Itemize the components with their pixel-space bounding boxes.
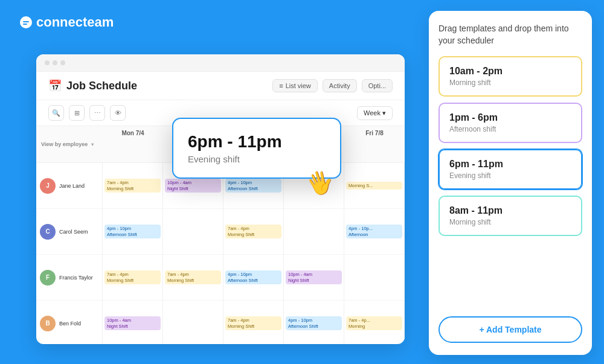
more-icon[interactable]: ⋯ (89, 105, 105, 121)
scheduler-header: 📅 Job Schedule ≡ List view Activity Opti… (36, 72, 405, 100)
shift-block: 7am - 4p...Morning (346, 316, 402, 331)
employee-ben: B Ben Fold (36, 301, 103, 344)
shift-ben-wed[interactable]: 7am - 4pmMorning Shift (223, 301, 284, 344)
shift-block: 10pm - 4amNight Shift (286, 270, 342, 285)
scheduler-card: 📅 Job Schedule ≡ List view Activity Opti… (36, 54, 405, 344)
shift-carol-tue[interactable] (163, 209, 223, 255)
list-icon: ≡ (279, 82, 283, 89)
avatar-jane: J (40, 178, 56, 194)
avatar-ben: B (40, 316, 56, 331)
avatar-carol: C (40, 224, 56, 240)
templates-panel: Drag templates and drop them into your s… (429, 11, 592, 355)
scheduler-title: 📅 Job Schedule (48, 79, 137, 92)
svg-rect-2 (23, 24, 27, 25)
template-time-3: 6pm - 11pm (449, 159, 571, 170)
shift-block: Morning S... (346, 182, 402, 190)
shift-block: 7am - 4pmMorning Shift (104, 270, 161, 285)
shift-francis-thu[interactable]: 10pm - 4amNight Shift (284, 255, 344, 301)
shift-ben-fri[interactable]: 7am - 4p...Morning (344, 301, 405, 344)
panel-title: Drag templates and drop them into your s… (439, 23, 582, 46)
col-header-mon: Mon 7/4 (103, 126, 163, 163)
shift-francis-mon[interactable]: 7am - 4pmMorning Shift (103, 255, 163, 301)
scheduler-actions: ≡ List view Activity Opti... (272, 79, 393, 92)
shift-block: 10pm - 4amNight Shift (165, 179, 221, 193)
week-selector[interactable]: Week ▾ (357, 106, 393, 120)
shift-francis-wed[interactable]: 4pm - 10pmAfternoon Shift (223, 255, 284, 301)
template-name-1: Morning shift (449, 78, 571, 87)
shift-francis-fri[interactable] (344, 255, 405, 301)
col-header-fri: Fri 7/8 (344, 126, 405, 163)
shift-carol-wed[interactable]: 7am - 4pmMorning Shift (223, 209, 284, 255)
dot-red (45, 60, 50, 65)
template-name-4: Morning shift (449, 218, 571, 226)
template-card-4[interactable]: 8am - 11pm Morning shift (439, 196, 582, 236)
template-time-4: 8am - 11pm (449, 205, 571, 216)
search-icon[interactable]: 🔍 (48, 105, 64, 121)
shift-carol-fri[interactable]: 4pm - 10p...Afternoon (344, 209, 405, 255)
floating-shift-time: 6pm - 11pm (188, 132, 326, 152)
filter-icon[interactable]: ⊞ (69, 105, 85, 121)
template-time-1: 10am - 2pm (449, 66, 571, 77)
activity-button[interactable]: Activity (323, 79, 357, 92)
template-card-1[interactable]: 10am - 2pm Morning shift (439, 56, 582, 97)
shift-block: 4pm - 10p...Afternoon (346, 225, 402, 239)
shift-block: 7am - 4pmMorning Shift (165, 270, 221, 285)
view-by-header[interactable]: View by employee ▾ (36, 126, 103, 163)
shift-ben-thu[interactable]: 4pm - 10pmAfternoon Shift (284, 301, 344, 344)
shift-carol-thu[interactable] (284, 209, 344, 255)
list-view-button[interactable]: ≡ List view (272, 79, 318, 92)
shift-block: 10pm - 4amNight Shift (104, 316, 161, 331)
floating-shift-label: Evening shift (188, 154, 326, 164)
avatar-francis: F (40, 270, 56, 286)
employee-francis: F Francis Taylor (36, 255, 103, 301)
shift-block: 4pm - 10pmAfternoon Shift (104, 225, 161, 239)
shift-jane-mon[interactable]: 7am - 4pmMorning Shift (103, 163, 163, 209)
calendar-icon: 📅 (48, 79, 62, 92)
shift-francis-tue[interactable]: 7am - 4pmMorning Shift (163, 255, 223, 301)
employee-carol: C Carol Seem (36, 209, 103, 255)
shift-block: 4pm - 10pmAfternoon Shift (225, 179, 281, 193)
window-chrome (36, 54, 405, 72)
template-name-3: Evening shift (449, 171, 571, 180)
shift-ben-tue[interactable] (163, 301, 223, 344)
eye-icon[interactable]: 👁 (110, 105, 126, 121)
shift-jane-fri[interactable]: Morning S... (344, 163, 405, 209)
shift-block: 4pm - 10pmAfternoon Shift (225, 270, 281, 285)
template-card-2[interactable]: 1pm - 6pm Afternoon shift (439, 103, 582, 143)
dot-green (60, 60, 65, 65)
shift-block: 4pm - 10pmAfternoon Shift (286, 316, 342, 331)
shift-block: 7am - 4pmMorning Shift (104, 179, 161, 193)
dot-yellow (53, 60, 57, 65)
add-template-button[interactable]: + Add Template (439, 316, 582, 343)
svg-rect-1 (23, 21, 29, 22)
options-button[interactable]: Opti... (362, 79, 393, 92)
shift-ben-mon[interactable]: 10pm - 4amNight Shift (103, 301, 163, 344)
template-card-3[interactable]: 6pm - 11pm Evening shift (439, 149, 582, 190)
logo: connecteam (19, 14, 114, 30)
shift-block: 7am - 4pmMorning Shift (225, 316, 281, 331)
shift-carol-mon[interactable]: 4pm - 10pmAfternoon Shift (103, 209, 163, 255)
shift-block: 7am - 4pmMorning Shift (225, 225, 281, 239)
template-name-2: Afternoon shift (449, 125, 571, 133)
employee-jane: J Jane Land (36, 163, 103, 209)
floating-shift-card: 6pm - 11pm Evening shift 🖐 (172, 118, 341, 179)
template-time-2: 1pm - 6pm (449, 112, 571, 123)
